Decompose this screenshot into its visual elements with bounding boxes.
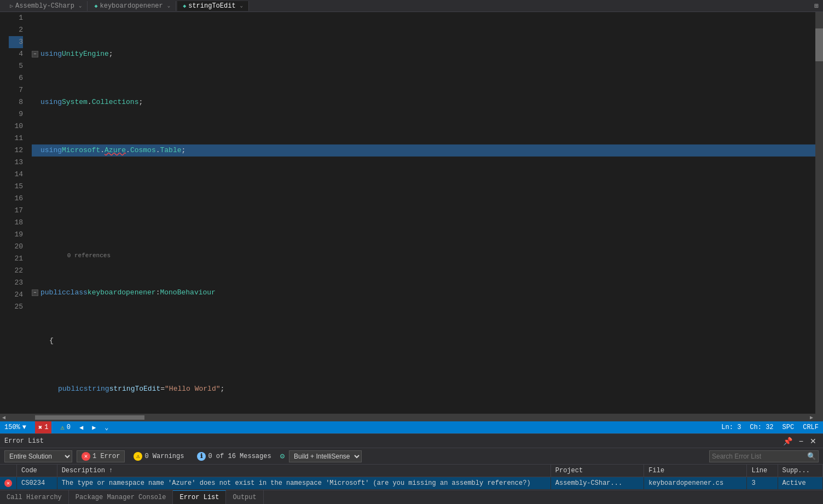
- title-bar: ▷ Assembly-CSharp ⌄ ◆ keyboardopenener ⌄…: [0, 0, 823, 12]
- nav-backward[interactable]: ◀: [79, 424, 83, 432]
- col-file[interactable]: File: [644, 465, 747, 477]
- search-input[interactable]: [712, 453, 805, 460]
- panel-controls: 📌 − ✕: [781, 437, 819, 445]
- nav-forward[interactable]: ▶: [92, 424, 96, 432]
- code-line-2: using System.Collections;: [32, 96, 815, 108]
- error-list-toolbar: Entire Solution Current Project Open Doc…: [0, 448, 823, 465]
- build-filter-select[interactable]: Build + IntelliSense: [289, 450, 362, 462]
- code-line-7: public string stringToEdit = "Hello Worl…: [32, 383, 815, 395]
- error-badge[interactable]: ✕ 1 Error: [77, 450, 125, 462]
- warning-count: ⚠ 0: [60, 424, 70, 432]
- row-description: The type or namespace name 'Azure' does …: [57, 477, 550, 490]
- scroll-right-icon[interactable]: ▶: [810, 414, 813, 421]
- code-line-4: [32, 193, 815, 205]
- col-icon: [0, 465, 17, 477]
- search-box[interactable]: 🔍: [709, 450, 819, 462]
- error-list-title-bar: Error List 📌 − ✕: [0, 434, 823, 448]
- zoom-level: 150% ▼: [4, 424, 26, 431]
- ref-label-5: 0 references: [32, 241, 815, 251]
- tab-stringToEdit[interactable]: ◆ stringToEdit ⌄: [177, 1, 249, 11]
- row-file: keyboardopenener.cs: [644, 477, 747, 490]
- build-filter-icon: ⚙: [280, 451, 285, 461]
- warning-badge[interactable]: ⚠ 0 Warnings: [129, 451, 188, 462]
- row-error-icon: ✕: [4, 479, 12, 487]
- error-x-icon: ✖: [38, 424, 42, 432]
- row-code: CS0234: [17, 477, 57, 490]
- code-line-3: using Microsoft.Azure.Cosmos.Table;: [32, 144, 815, 157]
- tab-assembly[interactable]: ▷ Assembly-CSharp ⌄: [4, 1, 88, 11]
- scroll-left-icon[interactable]: ◀: [2, 414, 5, 421]
- horizontal-scrollbar[interactable]: ◀ ▶: [0, 414, 823, 421]
- error-table: Code Description ↑ Project File Line Sup…: [0, 465, 823, 490]
- error-badge-icon: ✕: [82, 452, 90, 461]
- collapse-1[interactable]: −: [32, 51, 38, 57]
- col-suppression[interactable]: Supp...: [778, 465, 823, 477]
- close-button[interactable]: ✕: [808, 437, 819, 445]
- minimize-button[interactable]: −: [797, 437, 805, 445]
- assembly-icon: ▷: [10, 3, 13, 9]
- error-list-title: Error List: [4, 437, 44, 445]
- line-numbers: 1 2 3 4 5 6 7 8 9 10 11 12 13 14 15 16 1…: [0, 12, 27, 414]
- error-list-panel: Error List 📌 − ✕ Entire Solution Current…: [0, 433, 823, 490]
- tab-keyboard[interactable]: ◆ keyboardopenener ⌄: [89, 1, 176, 11]
- col-line[interactable]: Line: [747, 465, 778, 477]
- stringToEdit-icon: ◆: [183, 3, 186, 9]
- pin-button[interactable]: 📌: [781, 437, 795, 445]
- col-project[interactable]: Project: [550, 465, 644, 477]
- keyboard-icon: ◆: [94, 3, 97, 9]
- scrollbar-thumb[interactable]: [35, 415, 144, 420]
- table-header-row: Code Description ↑ Project File Line Sup…: [0, 465, 823, 477]
- status-right: Ln: 3 Ch: 32 SPC CRLF: [721, 424, 819, 431]
- code-line-1: −using UnityEngine;: [32, 48, 815, 60]
- row-line: 3: [747, 477, 778, 490]
- col-description[interactable]: Description ↑: [57, 465, 550, 477]
- search-icon: 🔍: [807, 452, 816, 461]
- tab-call-hierarchy[interactable]: Call Hierarchy: [0, 490, 69, 504]
- error-count[interactable]: ✖ 1: [35, 421, 51, 433]
- tab-package-manager[interactable]: Package Manager Console: [69, 490, 173, 504]
- row-suppression: Active: [778, 477, 823, 490]
- vertical-scrollbar[interactable]: [815, 12, 823, 414]
- warning-badge-icon: ⚠: [134, 452, 142, 461]
- row-project: Assembly-CShar...: [550, 477, 644, 490]
- nav-dropdown[interactable]: ⌄: [105, 424, 108, 432]
- maximize-icon[interactable]: ⊞: [814, 2, 819, 10]
- status-bar: 150% ▼ ✖ 1 ⚠ 0 ◀ ▶ ⌄ Ln: 3 Ch: 32 SPC CR…: [0, 421, 823, 433]
- bottom-tabs: Call Hierarchy Package Manager Console E…: [0, 490, 823, 504]
- col-code[interactable]: Code: [17, 465, 57, 477]
- code-editor: 1 2 3 4 5 6 7 8 9 10 11 12 13 14 15 16 1…: [0, 12, 823, 414]
- row-icon-cell: ✕: [0, 477, 17, 490]
- collapse-5[interactable]: −: [32, 289, 38, 296]
- code-line-6: {: [32, 335, 815, 347]
- tab-output[interactable]: Output: [226, 490, 263, 504]
- code-line-5: −public class keyboardopenener : MonoBeh…: [32, 287, 815, 299]
- message-badge[interactable]: ℹ 0 of 16 Messages: [193, 451, 275, 462]
- message-badge-icon: ℹ: [197, 452, 206, 461]
- table-row[interactable]: ✕ CS0234 The type or namespace name 'Azu…: [0, 477, 823, 490]
- warning-icon: ⚠: [60, 424, 64, 432]
- scrollbar-track[interactable]: [8, 415, 808, 420]
- tab-error-list[interactable]: Error List: [173, 490, 226, 504]
- scope-filter[interactable]: Entire Solution Current Project Open Doc…: [4, 450, 72, 462]
- code-content[interactable]: −using UnityEngine; using System.Collect…: [27, 12, 815, 414]
